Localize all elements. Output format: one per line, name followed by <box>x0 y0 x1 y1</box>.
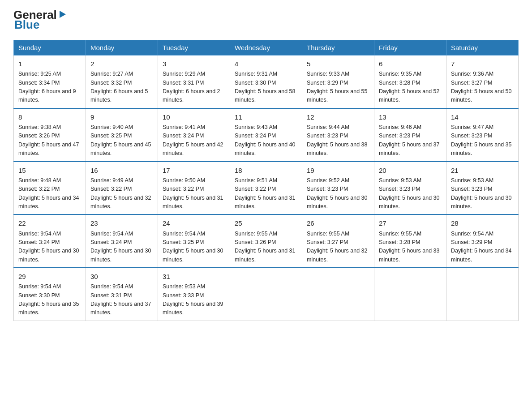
calendar-day-header: Monday <box>86 40 158 56</box>
day-number: 11 <box>235 112 297 122</box>
day-info: Sunrise: 9:40 AMSunset: 3:25 PMDaylight:… <box>90 123 153 158</box>
calendar-table: SundayMondayTuesdayWednesdayThursdayFrid… <box>13 40 519 321</box>
day-number: 30 <box>90 271 153 282</box>
day-info: Sunrise: 9:53 AMSunset: 3:23 PMDaylight:… <box>451 176 514 211</box>
day-info: Sunrise: 9:25 AMSunset: 3:34 PMDaylight:… <box>18 70 81 105</box>
calendar-day-cell: 9Sunrise: 9:40 AMSunset: 3:25 PMDaylight… <box>86 108 158 162</box>
calendar-day-cell: 24Sunrise: 9:54 AMSunset: 3:25 PMDayligh… <box>158 214 230 268</box>
calendar-day-header: Wednesday <box>230 40 302 56</box>
day-number: 22 <box>18 218 81 228</box>
calendar-day-cell: 3Sunrise: 9:29 AMSunset: 3:31 PMDaylight… <box>158 56 230 108</box>
day-info: Sunrise: 9:48 AMSunset: 3:22 PMDaylight:… <box>18 176 81 211</box>
day-info: Sunrise: 9:51 AMSunset: 3:22 PMDaylight:… <box>235 176 297 211</box>
calendar-day-header: Tuesday <box>158 40 230 56</box>
day-info: Sunrise: 9:41 AMSunset: 3:24 PMDaylight:… <box>163 123 225 158</box>
calendar-day-cell: 15Sunrise: 9:48 AMSunset: 3:22 PMDayligh… <box>14 162 86 215</box>
day-info: Sunrise: 9:50 AMSunset: 3:22 PMDaylight:… <box>163 176 225 211</box>
day-info: Sunrise: 9:27 AMSunset: 3:32 PMDaylight:… <box>90 70 153 105</box>
calendar-day-cell: 5Sunrise: 9:33 AMSunset: 3:29 PMDaylight… <box>302 56 374 108</box>
calendar-day-cell: 31Sunrise: 9:53 AMSunset: 3:33 PMDayligh… <box>158 268 230 321</box>
calendar-day-cell: 18Sunrise: 9:51 AMSunset: 3:22 PMDayligh… <box>230 162 302 215</box>
day-number: 4 <box>235 59 297 69</box>
day-info: Sunrise: 9:49 AMSunset: 3:22 PMDaylight:… <box>90 176 153 211</box>
calendar-day-header: Saturday <box>446 40 519 56</box>
day-number: 20 <box>379 165 442 176</box>
day-number: 27 <box>379 218 442 228</box>
calendar-day-cell: 28Sunrise: 9:54 AMSunset: 3:29 PMDayligh… <box>446 214 519 268</box>
day-info: Sunrise: 9:38 AMSunset: 3:26 PMDaylight:… <box>18 123 81 158</box>
day-number: 18 <box>235 165 297 176</box>
day-number: 7 <box>451 59 514 69</box>
day-number: 31 <box>163 271 225 282</box>
day-info: Sunrise: 9:52 AMSunset: 3:23 PMDaylight:… <box>307 176 369 211</box>
logo: General Blue <box>13 9 68 32</box>
calendar-day-cell: 20Sunrise: 9:53 AMSunset: 3:23 PMDayligh… <box>374 162 446 215</box>
calendar-day-cell: 8Sunrise: 9:38 AMSunset: 3:26 PMDaylight… <box>14 108 86 162</box>
day-number: 1 <box>18 59 81 69</box>
day-info: Sunrise: 9:55 AMSunset: 3:28 PMDaylight:… <box>379 230 442 265</box>
calendar-day-cell <box>230 268 302 321</box>
day-info: Sunrise: 9:36 AMSunset: 3:27 PMDaylight:… <box>451 70 514 105</box>
day-number: 3 <box>163 59 225 69</box>
calendar-day-cell: 29Sunrise: 9:54 AMSunset: 3:30 PMDayligh… <box>14 268 86 321</box>
day-number: 10 <box>163 112 225 122</box>
calendar-day-cell: 2Sunrise: 9:27 AMSunset: 3:32 PMDaylight… <box>86 56 158 108</box>
calendar-day-cell: 19Sunrise: 9:52 AMSunset: 3:23 PMDayligh… <box>302 162 374 215</box>
logo-blue: Blue <box>14 18 39 32</box>
day-number: 6 <box>379 59 442 69</box>
calendar-day-header: Sunday <box>14 40 86 56</box>
day-info: Sunrise: 9:54 AMSunset: 3:30 PMDaylight:… <box>18 283 81 317</box>
day-info: Sunrise: 9:54 AMSunset: 3:31 PMDaylight:… <box>90 283 153 317</box>
day-number: 14 <box>451 112 514 122</box>
calendar-header-row: SundayMondayTuesdayWednesdayThursdayFrid… <box>14 40 519 56</box>
day-number: 5 <box>307 59 369 69</box>
calendar-week-row: 29Sunrise: 9:54 AMSunset: 3:30 PMDayligh… <box>14 268 519 321</box>
calendar-day-cell <box>374 268 446 321</box>
day-number: 25 <box>235 218 297 228</box>
calendar-week-row: 1Sunrise: 9:25 AMSunset: 3:34 PMDaylight… <box>14 56 519 108</box>
calendar-day-cell: 13Sunrise: 9:46 AMSunset: 3:23 PMDayligh… <box>374 108 446 162</box>
calendar-week-row: 15Sunrise: 9:48 AMSunset: 3:22 PMDayligh… <box>14 162 519 215</box>
day-number: 29 <box>18 271 81 282</box>
day-info: Sunrise: 9:47 AMSunset: 3:23 PMDaylight:… <box>451 123 514 158</box>
day-number: 16 <box>90 165 153 176</box>
day-number: 12 <box>307 112 369 122</box>
calendar-day-cell: 17Sunrise: 9:50 AMSunset: 3:22 PMDayligh… <box>158 162 230 215</box>
calendar-day-cell: 4Sunrise: 9:31 AMSunset: 3:30 PMDaylight… <box>230 56 302 108</box>
day-info: Sunrise: 9:33 AMSunset: 3:29 PMDaylight:… <box>307 70 369 105</box>
day-info: Sunrise: 9:54 AMSunset: 3:29 PMDaylight:… <box>451 230 514 265</box>
day-info: Sunrise: 9:55 AMSunset: 3:27 PMDaylight:… <box>307 230 369 265</box>
day-number: 9 <box>90 112 153 122</box>
day-number: 19 <box>307 165 369 176</box>
day-number: 26 <box>307 218 369 228</box>
calendar-day-cell: 26Sunrise: 9:55 AMSunset: 3:27 PMDayligh… <box>302 214 374 268</box>
calendar-day-cell: 27Sunrise: 9:55 AMSunset: 3:28 PMDayligh… <box>374 214 446 268</box>
calendar-day-cell: 21Sunrise: 9:53 AMSunset: 3:23 PMDayligh… <box>446 162 519 215</box>
day-info: Sunrise: 9:54 AMSunset: 3:24 PMDaylight:… <box>18 230 81 265</box>
calendar-day-cell: 7Sunrise: 9:36 AMSunset: 3:27 PMDaylight… <box>446 56 519 108</box>
day-info: Sunrise: 9:53 AMSunset: 3:33 PMDaylight:… <box>163 283 225 317</box>
calendar-day-cell: 25Sunrise: 9:55 AMSunset: 3:26 PMDayligh… <box>230 214 302 268</box>
day-number: 24 <box>163 218 225 228</box>
calendar-day-cell: 30Sunrise: 9:54 AMSunset: 3:31 PMDayligh… <box>86 268 158 321</box>
day-number: 15 <box>18 165 81 176</box>
day-info: Sunrise: 9:43 AMSunset: 3:24 PMDaylight:… <box>235 123 297 158</box>
calendar-week-row: 8Sunrise: 9:38 AMSunset: 3:26 PMDaylight… <box>14 108 519 162</box>
logo-arrow-icon <box>58 9 68 19</box>
day-info: Sunrise: 9:55 AMSunset: 3:26 PMDaylight:… <box>235 230 297 265</box>
calendar-week-row: 22Sunrise: 9:54 AMSunset: 3:24 PMDayligh… <box>14 214 519 268</box>
svg-marker-0 <box>60 11 66 18</box>
day-number: 13 <box>379 112 442 122</box>
calendar-day-cell <box>446 268 519 321</box>
day-info: Sunrise: 9:44 AMSunset: 3:23 PMDaylight:… <box>307 123 369 158</box>
day-number: 23 <box>90 218 153 228</box>
day-number: 17 <box>163 165 225 176</box>
day-info: Sunrise: 9:53 AMSunset: 3:23 PMDaylight:… <box>379 176 442 211</box>
day-number: 8 <box>18 112 81 122</box>
calendar-day-cell: 6Sunrise: 9:35 AMSunset: 3:28 PMDaylight… <box>374 56 446 108</box>
day-info: Sunrise: 9:54 AMSunset: 3:25 PMDaylight:… <box>163 230 225 265</box>
day-number: 28 <box>451 218 514 228</box>
calendar-day-cell: 22Sunrise: 9:54 AMSunset: 3:24 PMDayligh… <box>14 214 86 268</box>
calendar-day-cell: 14Sunrise: 9:47 AMSunset: 3:23 PMDayligh… <box>446 108 519 162</box>
day-number: 21 <box>451 165 514 176</box>
